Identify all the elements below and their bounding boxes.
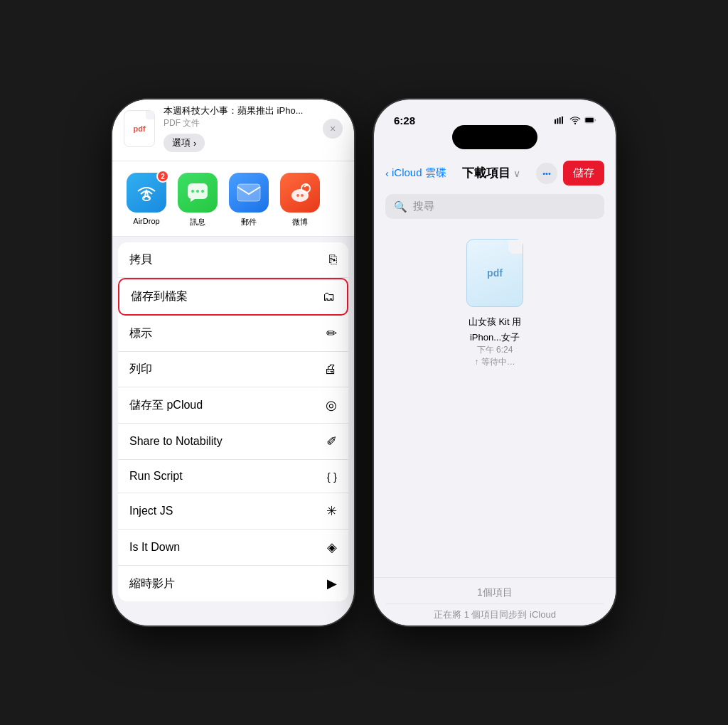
share-file-title: 本週科技大小事：蘋果推出 iPho... bbox=[164, 104, 314, 117]
right-phone: 6:28 ‹ iCloud 雲碟 下載項目 ∨ bbox=[374, 100, 616, 625]
app-item-airdrop[interactable]: 2 AirDrop bbox=[121, 173, 172, 227]
action-markup[interactable]: 標示 ✏ bbox=[118, 316, 348, 352]
sync-text: 正在將 1 個項目同步到 iCloud bbox=[385, 608, 604, 621]
nav-title: 下載項目 bbox=[462, 165, 510, 181]
right-screen: 6:28 ‹ iCloud 雲碟 下載項目 ∨ bbox=[374, 100, 616, 625]
action-pcloud-label: 儲存至 pCloud bbox=[129, 398, 203, 413]
share-file-info: 本週科技大小事：蘋果推出 iPho... PDF 文件 選項 › bbox=[164, 104, 314, 152]
action-notability[interactable]: Share to Notability ✐ bbox=[118, 424, 348, 460]
action-copy[interactable]: 拷貝 ⎘ bbox=[118, 242, 348, 278]
action-runscript[interactable]: Run Script { } bbox=[118, 460, 348, 493]
nav-bar: ‹ iCloud 雲碟 下載項目 ∨ ••• 儲存 bbox=[374, 155, 616, 191]
weibo-label: 微博 bbox=[292, 217, 308, 227]
action-runscript-label: Run Script bbox=[129, 470, 183, 483]
app-item-mail[interactable]: 郵件 bbox=[223, 173, 274, 227]
messages-icon bbox=[178, 173, 218, 213]
share-header: pdf 本週科技大小事：蘋果推出 iPho... PDF 文件 選項 › × bbox=[112, 100, 354, 161]
nav-back-button[interactable]: ‹ iCloud 雲碟 bbox=[385, 166, 446, 180]
right-status-icons bbox=[555, 116, 596, 124]
svg-point-15 bbox=[296, 194, 299, 197]
action-injectjs-label: Inject JS bbox=[129, 505, 173, 517]
file-name-line2: iPhon...女子 bbox=[470, 331, 520, 344]
search-placeholder: 搜尋 bbox=[413, 200, 434, 213]
files-bottom: 1個項目 正在將 1 個項目同步到 iCloud pdf 本週科技大小事：蘋果推… bbox=[374, 577, 616, 625]
file-time: 下午 6:24 bbox=[477, 344, 513, 356]
left-screen: 6:28 pdf 本週科技大小事：蘋果推出 iPho... PDF 文件 bbox=[112, 100, 354, 625]
share-sheet: pdf 本週科技大小事：蘋果推出 iPho... PDF 文件 選項 › × bbox=[112, 100, 354, 625]
right-dynamic-island bbox=[452, 125, 537, 149]
action-print[interactable]: 列印 🖨 bbox=[118, 352, 348, 387]
action-timelapse-label: 縮時影片 bbox=[129, 576, 175, 591]
mail-icon bbox=[229, 173, 269, 213]
right-status-time: 6:28 bbox=[394, 114, 415, 127]
mail-label: 郵件 bbox=[241, 217, 257, 227]
action-isitdown-label: Is It Down bbox=[129, 541, 180, 554]
action-pcloud[interactable]: 儲存至 pCloud ◎ bbox=[118, 387, 348, 424]
svg-point-8 bbox=[191, 190, 194, 193]
action-markup-label: 標示 bbox=[129, 326, 152, 341]
left-phone: 6:28 pdf 本週科技大小事：蘋果推出 iPho... PDF 文件 bbox=[112, 100, 354, 625]
svg-rect-19 bbox=[560, 117, 561, 124]
action-timelapse[interactable]: 縮時影片 ▶ bbox=[118, 566, 348, 601]
apps-row: 2 AirDrop bbox=[112, 161, 354, 237]
pdf-file-icon: pdf bbox=[466, 239, 523, 307]
svg-rect-18 bbox=[557, 118, 558, 124]
airdrop-icon: 2 bbox=[127, 173, 166, 213]
svg-point-16 bbox=[301, 194, 304, 197]
svg-rect-17 bbox=[555, 119, 556, 124]
action-notability-label: Share to Notability bbox=[129, 435, 223, 448]
close-button[interactable]: × bbox=[323, 119, 343, 139]
action-list: 拷貝 ⎘ 儲存到檔案 🗂 標示 ✏ 列印 🖨 bbox=[118, 242, 348, 601]
weibo-icon bbox=[280, 173, 320, 213]
action-copy-label: 拷貝 bbox=[129, 252, 152, 267]
svg-point-9 bbox=[196, 190, 199, 193]
files-content: pdf 山女孩 Kit 用 iPhon...女子 下午 6:24 ↑ 等待中… bbox=[374, 225, 616, 577]
share-file-type: PDF 文件 bbox=[164, 117, 314, 129]
files-screen: ‹ iCloud 雲碟 下載項目 ∨ ••• 儲存 � bbox=[374, 155, 616, 625]
nav-title-area: 下載項目 ∨ bbox=[462, 165, 520, 181]
airdrop-label: AirDrop bbox=[133, 217, 159, 225]
svg-rect-11 bbox=[237, 184, 260, 201]
svg-point-10 bbox=[201, 190, 204, 193]
action-print-label: 列印 bbox=[129, 362, 152, 377]
file-status: ↑ 等待中… bbox=[474, 356, 515, 368]
action-isitdown[interactable]: Is It Down ◈ bbox=[118, 530, 348, 566]
nav-actions: ••• 儲存 bbox=[536, 161, 604, 186]
action-injectjs[interactable]: Inject JS ✳ bbox=[118, 493, 348, 530]
nav-chevron-icon: ∨ bbox=[513, 168, 520, 179]
action-save-to-files[interactable]: 儲存到檔案 🗂 bbox=[118, 278, 348, 316]
app-item-messages[interactable]: 訊息 bbox=[172, 173, 223, 227]
messages-label: 訊息 bbox=[190, 217, 205, 227]
svg-rect-20 bbox=[562, 117, 563, 124]
svg-point-13 bbox=[291, 189, 309, 202]
app-item-weibo[interactable]: 微博 bbox=[274, 173, 326, 227]
count-text: 1個項目 bbox=[385, 586, 604, 599]
file-name-line1: 山女孩 Kit 用 bbox=[469, 316, 521, 328]
search-bar[interactable]: 🔍 搜尋 bbox=[385, 194, 604, 219]
action-save-label: 儲存到檔案 bbox=[131, 289, 188, 304]
search-icon: 🔍 bbox=[394, 200, 407, 213]
nav-save-button[interactable]: 儲存 bbox=[563, 161, 604, 186]
nav-more-button[interactable]: ••• bbox=[536, 163, 557, 184]
airdrop-badge: 2 bbox=[156, 170, 169, 183]
svg-rect-22 bbox=[585, 118, 594, 122]
pdf-icon-small: pdf bbox=[124, 110, 155, 147]
options-button[interactable]: 選項 › bbox=[164, 134, 205, 152]
